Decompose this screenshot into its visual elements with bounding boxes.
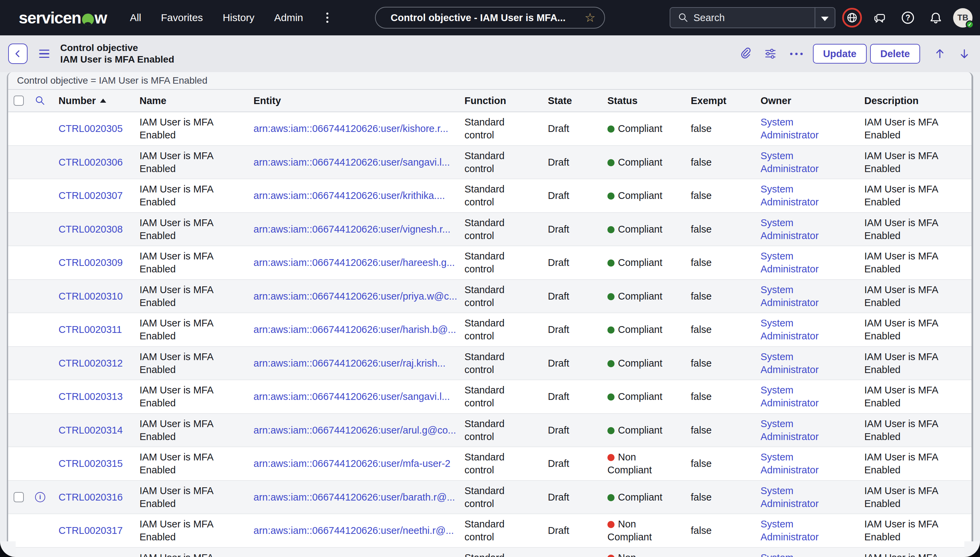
presence-badge-icon: ✓ — [966, 20, 974, 29]
globe-button[interactable] — [841, 7, 863, 29]
cell-exempt: false — [683, 189, 753, 202]
cell-exempt: false — [683, 256, 753, 269]
owner-link[interactable]: System Administrator — [761, 217, 819, 241]
favorite-star-icon[interactable]: ☆ — [585, 11, 596, 24]
column-header-name[interactable]: Name — [132, 94, 246, 107]
record-number-link[interactable]: CTRL0020312 — [59, 358, 123, 369]
owner-link[interactable]: System Administrator — [761, 184, 819, 207]
record-number-link[interactable]: CTRL0020309 — [59, 257, 123, 268]
nav-item-admin[interactable]: Admin — [274, 12, 303, 23]
search-scope-caret-icon[interactable] — [821, 17, 828, 21]
owner-link[interactable]: System Administrator — [761, 485, 819, 509]
select-all-checkbox[interactable] — [14, 96, 24, 106]
entity-link[interactable]: arn:aws:iam::066744120626:user/harish.b@… — [253, 324, 456, 335]
column-header-owner[interactable]: Owner — [753, 94, 857, 107]
owner-link[interactable]: System Administrator — [761, 117, 819, 140]
table-row: i CTRL0020310 IAM User is MFA Enabled ar… — [8, 280, 972, 314]
column-header-state[interactable]: State — [541, 94, 600, 107]
record-number-link[interactable]: CTRL0020316 — [59, 492, 123, 503]
cell-description: IAM User is MFA Enabled — [857, 384, 972, 409]
more-actions-icon[interactable] — [789, 50, 804, 58]
record-number-link[interactable]: CTRL0020317 — [59, 525, 123, 536]
logo-text-right: w — [95, 8, 107, 27]
record-number-link[interactable]: CTRL0020308 — [59, 224, 123, 235]
cell-description: IAM User is MFA Enabled — [857, 551, 972, 557]
logo-text-left: servicen — [19, 8, 81, 27]
cell-state: Draft — [541, 424, 600, 436]
update-button[interactable]: Update — [813, 44, 867, 64]
help-button[interactable]: ? — [897, 7, 919, 29]
notifications-button[interactable] — [924, 7, 947, 29]
current-tab-pill[interactable]: Control objective - IAM User is MFA... ☆ — [375, 7, 605, 29]
previous-record-button[interactable] — [932, 46, 948, 62]
record-number-link[interactable]: CTRL0020310 — [59, 291, 123, 301]
row-info-icon[interactable]: i — [35, 492, 45, 502]
nav-item-history[interactable]: History — [222, 12, 254, 23]
owner-link[interactable]: System Administrator — [761, 519, 819, 542]
row-select-checkbox[interactable] — [14, 492, 24, 502]
record-number-link[interactable]: CTRL0020315 — [59, 458, 123, 469]
record-number-link[interactable]: CTRL0020314 — [59, 425, 123, 436]
owner-link[interactable]: System Administrator — [761, 384, 819, 409]
entity-link[interactable]: arn:aws:iam::066744120626:user/mfa-user-… — [253, 458, 451, 469]
user-avatar[interactable]: TB ✓ — [953, 8, 972, 28]
owner-link[interactable]: System Administrator — [761, 318, 819, 341]
record-number-link[interactable]: CTRL0020311 — [59, 324, 122, 335]
entity-link[interactable]: arn:aws:iam::066744120626:user/vignesh.r… — [253, 224, 451, 235]
entity-link[interactable]: arn:aws:iam::066744120626:user/hareesh.g… — [253, 257, 455, 268]
cell-status: Compliant — [600, 290, 683, 303]
form-context-menu-icon[interactable] — [37, 47, 51, 60]
owner-link[interactable]: System Administrator — [761, 150, 819, 174]
entity-link[interactable]: arn:aws:iam::066744120626:user/arul.g@co… — [253, 425, 456, 436]
entity-link[interactable]: arn:aws:iam::066744120626:user/sangavi.l… — [253, 157, 450, 168]
column-header-number[interactable]: Number — [51, 94, 132, 107]
column-header-entity[interactable]: Entity — [246, 94, 457, 107]
servicenow-logo[interactable]: servicenw — [19, 8, 107, 27]
record-number-link[interactable]: CTRL0020313 — [59, 391, 123, 402]
more-menu-icon[interactable] — [323, 11, 332, 25]
cell-function: Standard control — [457, 484, 541, 510]
table-row: i CTRL0020309 IAM User is MFA Enabled ar… — [8, 246, 972, 280]
next-record-button[interactable] — [956, 46, 972, 62]
attachment-button[interactable] — [738, 46, 754, 62]
record-number-link[interactable]: CTRL0020307 — [59, 190, 123, 201]
cell-exempt: false — [683, 424, 753, 436]
owner-link[interactable]: System Administrator — [761, 552, 819, 557]
entity-link[interactable]: arn:aws:iam::066744120626:user/priya.w@c… — [253, 291, 457, 301]
entity-link[interactable]: arn:aws:iam::066744120626:user/kishore.r… — [253, 123, 448, 134]
status-dot-icon — [608, 125, 614, 133]
owner-link[interactable]: System Administrator — [761, 251, 819, 274]
column-header-description[interactable]: Description — [857, 94, 972, 107]
entity-link[interactable]: arn:aws:iam::066744120626:user/raj.krish… — [253, 358, 446, 369]
owner-link[interactable]: System Administrator — [761, 451, 819, 476]
chat-icon — [873, 11, 887, 24]
record-number-link[interactable]: CTRL0020305 — [59, 123, 123, 134]
cell-function: Standard control — [457, 116, 541, 142]
entity-link[interactable]: arn:aws:iam::066744120626:user/krithika.… — [253, 190, 445, 201]
owner-link[interactable]: System Administrator — [761, 351, 819, 375]
nav-item-favorites[interactable]: Favorites — [161, 12, 203, 23]
global-search-input[interactable]: Search — [670, 7, 835, 28]
record-number-link[interactable]: CTRL0020306 — [59, 157, 123, 168]
nav-item-all[interactable]: All — [130, 12, 141, 23]
personalize-list-button[interactable] — [762, 46, 779, 62]
list-search-icon[interactable] — [35, 95, 46, 106]
owner-link[interactable]: System Administrator — [761, 284, 819, 308]
cell-exempt: false — [683, 357, 753, 370]
column-header-exempt[interactable]: Exempt — [683, 94, 753, 107]
entity-link[interactable]: arn:aws:iam::066744120626:user/sangavi.l… — [253, 391, 450, 402]
back-button[interactable] — [8, 44, 28, 64]
chat-button[interactable] — [869, 7, 891, 29]
owner-link[interactable]: System Administrator — [761, 418, 819, 442]
entity-link[interactable]: arn:aws:iam::066744120626:user/barath.r@… — [253, 492, 455, 503]
paperclip-icon — [740, 47, 752, 60]
delete-button[interactable]: Delete — [870, 44, 920, 64]
cell-status: Compliant — [600, 491, 683, 503]
status-dot-icon — [608, 326, 614, 334]
status-text: Compliant — [618, 190, 663, 201]
column-header-status[interactable]: Status — [600, 94, 683, 107]
cell-state: Draft — [541, 457, 600, 470]
column-header-function[interactable]: Function — [457, 94, 541, 107]
breadcrumb-filter[interactable]: Control objective = IAM User is MFA Enab… — [17, 75, 207, 86]
entity-link[interactable]: arn:aws:iam::066744120626:user/neethi.r@… — [253, 525, 454, 536]
